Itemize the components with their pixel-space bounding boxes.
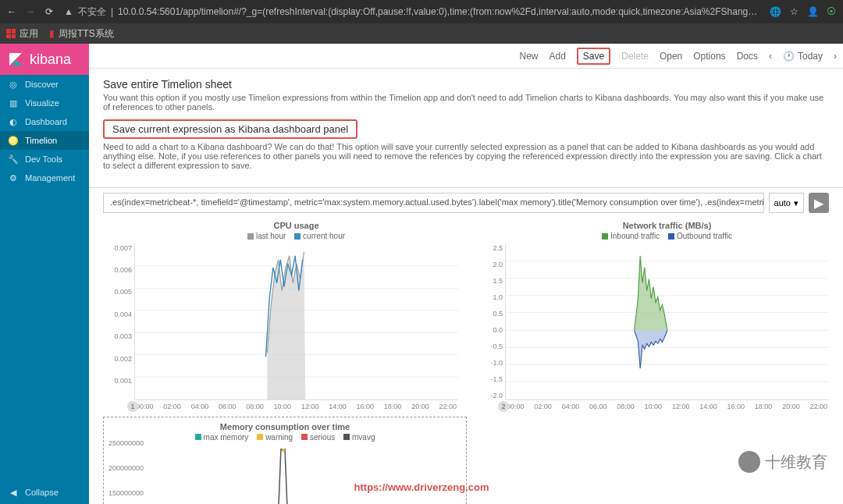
watermark: 十维教育 [738, 451, 827, 473]
bookmark-bar: 应用 ▮ 周报TTS系统 [0, 23, 843, 44]
insecure-label: 不安全 [78, 5, 106, 19]
browser-bar: ← → ⟳ ▲ 不安全 | 10.0.0.54:5601/app/timelio… [0, 0, 843, 23]
expression-input[interactable]: .es(index=metricbeat-*, timefield='@time… [103, 193, 764, 213]
insecure-icon: ▲ [64, 6, 73, 17]
kibana-logo-icon [8, 51, 23, 67]
url-text: 10.0.0.54:5601/app/timelion#/?_g=(refres… [118, 6, 760, 17]
sidebar-item-visualize[interactable]: ▥Visualize [0, 94, 89, 112]
chevron-left-icon[interactable]: ‹ [769, 51, 772, 62]
menu-save[interactable]: Save [577, 48, 610, 65]
bookmark-item[interactable]: ▮ 周报TTS系统 [49, 27, 114, 41]
menu-icon[interactable]: ⦿ [826, 6, 837, 17]
top-menu: New Add Save Delete Open Options Docs ‹ … [89, 44, 843, 69]
chart-network-legend: Inbound traffic Outbound traffic [505, 232, 829, 241]
clock-icon: 🕐 [783, 51, 795, 62]
compass-icon: ◎ [8, 79, 19, 90]
sidebar-collapse[interactable]: ◀Collapse [0, 481, 89, 504]
chart-memory-legend: max memory warning serious mvavg [112, 433, 458, 442]
sidebar-item-timelion[interactable]: ♌Timelion [0, 131, 89, 150]
back-icon[interactable]: ← [6, 6, 17, 17]
address-bar[interactable]: ▲ 不安全 | 10.0.0.54:5601/app/timelion#/?_g… [64, 5, 760, 19]
sidebar-item-devtools[interactable]: 🔧Dev Tools [0, 150, 89, 169]
chart-badge: 1 [127, 401, 138, 412]
save-panel: Save entire Timelion sheet You want this… [89, 69, 843, 188]
sidebar: kibana ◎Discover ▥Visualize ◐Dashboard ♌… [0, 44, 89, 504]
forward-icon[interactable]: → [25, 6, 36, 17]
url-watermark: https://www.driverzeng.com [354, 481, 489, 493]
menu-options[interactable]: Options [693, 51, 725, 62]
reload-icon[interactable]: ⟳ [44, 6, 55, 17]
kibana-logo[interactable]: kibana [0, 44, 89, 75]
bookmark-favicon: ▮ [49, 28, 55, 39]
menu-delete[interactable]: Delete [621, 51, 649, 62]
menu-open[interactable]: Open [660, 51, 682, 62]
apps-bookmark[interactable]: 应用 [6, 27, 38, 41]
gauge-icon: ◐ [8, 116, 19, 127]
wrench-icon: 🔧 [8, 154, 19, 165]
play-icon: ▶ [814, 196, 823, 211]
chart-network-plot: 2.52.01.51.00.50.0-0.5-1.0-1.5-2.0 2 [505, 244, 829, 400]
bar-chart-icon: ▥ [8, 98, 19, 108]
interval-select[interactable]: auto▾ [769, 193, 804, 213]
sidebar-item-management[interactable]: ⚙Management [0, 169, 89, 187]
chevron-down-icon: ▾ [794, 198, 799, 208]
chart-memory-plot [112, 445, 458, 504]
svg-point-14 [282, 449, 285, 452]
chart-cpu[interactable]: CPU usage last hour current hour 0.0070.… [103, 221, 458, 410]
save-expression-desc: Need to add a chart to a Kibana dashboar… [103, 142, 829, 170]
expression-row: .es(index=metricbeat-*, timefield='@time… [89, 188, 843, 221]
chart-network[interactable]: Network traffic (MB/s) Inbound traffic O… [474, 221, 829, 410]
chevron-left-icon: ◀ [8, 487, 19, 498]
lion-icon: ♌ [8, 135, 19, 146]
play-button[interactable]: ▶ [809, 193, 829, 213]
save-expression-option[interactable]: Save current expression as Kibana dashbo… [103, 119, 357, 139]
menu-add[interactable]: Add [550, 51, 566, 62]
apps-icon [6, 29, 16, 38]
chevron-right-icon[interactable]: › [834, 51, 837, 62]
save-sheet-title[interactable]: Save entire Timelion sheet [103, 78, 829, 91]
star-icon[interactable]: ☆ [788, 6, 799, 17]
time-picker[interactable]: 🕐Today [783, 51, 823, 62]
gear-icon: ⚙ [8, 172, 19, 183]
menu-new[interactable]: New [519, 51, 538, 62]
chart-cpu-legend: last hour current hour [134, 232, 458, 241]
profile-icon[interactable]: 👤 [807, 6, 818, 17]
wechat-icon [738, 451, 760, 473]
menu-docs[interactable]: Docs [737, 51, 758, 62]
chart-cpu-plot: 0.0070.0060.0050.0040.0030.0020.001 1 [134, 244, 458, 400]
sidebar-item-dashboard[interactable]: ◐Dashboard [0, 112, 89, 131]
sidebar-item-discover[interactable]: ◎Discover [0, 75, 89, 94]
translate-icon[interactable]: 🌐 [770, 6, 781, 17]
save-sheet-desc: You want this option if you mostly use T… [103, 93, 829, 112]
